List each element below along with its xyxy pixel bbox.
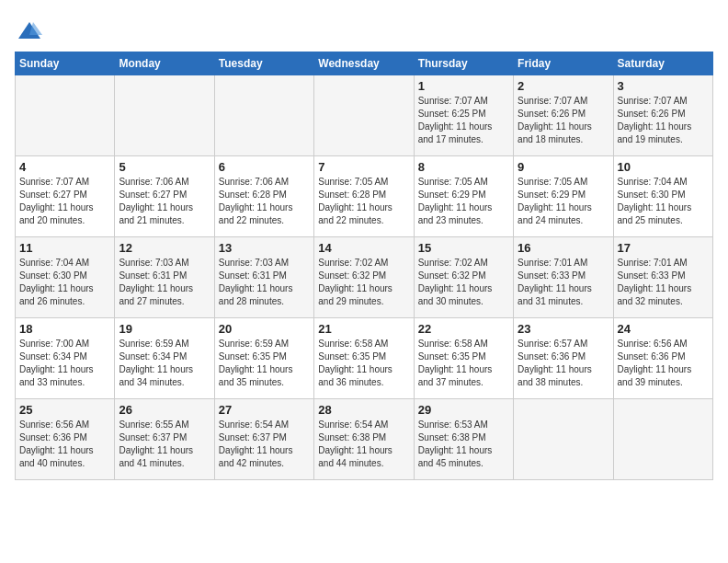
day-info: Sunrise: 6:56 AM Sunset: 6:36 PM Dayligh… xyxy=(618,338,709,389)
day-cell-11: 11Sunrise: 7:04 AM Sunset: 6:30 PM Dayli… xyxy=(16,237,115,318)
empty-cell xyxy=(314,75,414,156)
logo-icon xyxy=(17,18,42,44)
day-info: Sunrise: 7:01 AM Sunset: 6:33 PM Dayligh… xyxy=(618,257,709,308)
day-cell-10: 10Sunrise: 7:04 AM Sunset: 6:30 PM Dayli… xyxy=(613,156,712,237)
day-cell-7: 7Sunrise: 7:05 AM Sunset: 6:28 PM Daylig… xyxy=(314,156,414,237)
day-number: 7 xyxy=(318,160,409,174)
day-info: Sunrise: 7:05 AM Sunset: 6:29 PM Dayligh… xyxy=(518,176,609,227)
empty-cell xyxy=(115,75,214,156)
day-info: Sunrise: 7:07 AM Sunset: 6:25 PM Dayligh… xyxy=(418,95,509,146)
day-number: 19 xyxy=(119,322,210,336)
day-cell-19: 19Sunrise: 6:59 AM Sunset: 6:34 PM Dayli… xyxy=(115,318,214,399)
day-info: Sunrise: 7:07 AM Sunset: 6:26 PM Dayligh… xyxy=(618,95,709,146)
day-number: 2 xyxy=(518,79,609,93)
day-info: Sunrise: 6:56 AM Sunset: 6:36 PM Dayligh… xyxy=(19,419,110,470)
col-header-thursday: Thursday xyxy=(414,52,513,75)
day-cell-4: 4Sunrise: 7:07 AM Sunset: 6:27 PM Daylig… xyxy=(16,156,115,237)
day-cell-16: 16Sunrise: 7:01 AM Sunset: 6:33 PM Dayli… xyxy=(514,237,613,318)
page-header xyxy=(15,15,713,44)
day-cell-9: 9Sunrise: 7:05 AM Sunset: 6:29 PM Daylig… xyxy=(514,156,613,237)
day-number: 27 xyxy=(219,403,310,417)
day-cell-15: 15Sunrise: 7:02 AM Sunset: 6:32 PM Dayli… xyxy=(414,237,513,318)
day-info: Sunrise: 6:57 AM Sunset: 6:36 PM Dayligh… xyxy=(518,338,609,389)
day-number: 11 xyxy=(19,241,110,255)
day-number: 24 xyxy=(618,322,709,336)
day-number: 17 xyxy=(618,241,709,255)
day-cell-27: 27Sunrise: 6:54 AM Sunset: 6:37 PM Dayli… xyxy=(214,399,313,480)
day-number: 5 xyxy=(119,160,210,174)
day-info: Sunrise: 6:58 AM Sunset: 6:35 PM Dayligh… xyxy=(318,338,409,389)
day-cell-13: 13Sunrise: 7:03 AM Sunset: 6:31 PM Dayli… xyxy=(214,237,313,318)
day-cell-21: 21Sunrise: 6:58 AM Sunset: 6:35 PM Dayli… xyxy=(314,318,414,399)
day-number: 13 xyxy=(219,241,310,255)
day-info: Sunrise: 6:59 AM Sunset: 6:35 PM Dayligh… xyxy=(219,338,310,389)
day-info: Sunrise: 7:00 AM Sunset: 6:34 PM Dayligh… xyxy=(19,338,110,389)
day-number: 16 xyxy=(518,241,609,255)
day-cell-28: 28Sunrise: 6:54 AM Sunset: 6:38 PM Dayli… xyxy=(314,399,414,480)
day-cell-12: 12Sunrise: 7:03 AM Sunset: 6:31 PM Dayli… xyxy=(115,237,214,318)
day-info: Sunrise: 7:07 AM Sunset: 6:26 PM Dayligh… xyxy=(518,95,609,146)
day-info: Sunrise: 7:02 AM Sunset: 6:32 PM Dayligh… xyxy=(418,257,509,308)
day-cell-25: 25Sunrise: 6:56 AM Sunset: 6:36 PM Dayli… xyxy=(16,399,115,480)
day-info: Sunrise: 6:58 AM Sunset: 6:35 PM Dayligh… xyxy=(418,338,509,389)
day-number: 20 xyxy=(219,322,310,336)
empty-cell xyxy=(214,75,313,156)
day-number: 14 xyxy=(318,241,409,255)
col-header-monday: Monday xyxy=(115,52,214,75)
day-info: Sunrise: 7:06 AM Sunset: 6:28 PM Dayligh… xyxy=(219,176,310,227)
day-number: 18 xyxy=(19,322,110,336)
day-info: Sunrise: 7:03 AM Sunset: 6:31 PM Dayligh… xyxy=(119,257,210,308)
day-cell-18: 18Sunrise: 7:00 AM Sunset: 6:34 PM Dayli… xyxy=(16,318,115,399)
day-cell-26: 26Sunrise: 6:55 AM Sunset: 6:37 PM Dayli… xyxy=(115,399,214,480)
col-header-sunday: Sunday xyxy=(16,52,115,75)
day-cell-3: 3Sunrise: 7:07 AM Sunset: 6:26 PM Daylig… xyxy=(613,75,712,156)
day-number: 4 xyxy=(19,160,110,174)
day-number: 6 xyxy=(219,160,310,174)
col-header-tuesday: Tuesday xyxy=(214,52,313,75)
day-info: Sunrise: 7:02 AM Sunset: 6:32 PM Dayligh… xyxy=(318,257,409,308)
day-cell-8: 8Sunrise: 7:05 AM Sunset: 6:29 PM Daylig… xyxy=(414,156,513,237)
day-cell-14: 14Sunrise: 7:02 AM Sunset: 6:32 PM Dayli… xyxy=(314,237,414,318)
day-info: Sunrise: 7:07 AM Sunset: 6:27 PM Dayligh… xyxy=(19,176,110,227)
day-number: 26 xyxy=(119,403,210,417)
col-header-saturday: Saturday xyxy=(613,52,712,75)
day-number: 21 xyxy=(318,322,409,336)
day-info: Sunrise: 6:59 AM Sunset: 6:34 PM Dayligh… xyxy=(119,338,210,389)
day-cell-20: 20Sunrise: 6:59 AM Sunset: 6:35 PM Dayli… xyxy=(214,318,313,399)
day-cell-2: 2Sunrise: 7:07 AM Sunset: 6:26 PM Daylig… xyxy=(514,75,613,156)
day-number: 8 xyxy=(418,160,509,174)
day-cell-23: 23Sunrise: 6:57 AM Sunset: 6:36 PM Dayli… xyxy=(514,318,613,399)
day-number: 29 xyxy=(418,403,509,417)
day-number: 22 xyxy=(418,322,509,336)
day-info: Sunrise: 6:54 AM Sunset: 6:38 PM Dayligh… xyxy=(318,419,409,470)
day-info: Sunrise: 6:54 AM Sunset: 6:37 PM Dayligh… xyxy=(219,419,310,470)
day-number: 12 xyxy=(119,241,210,255)
empty-cell xyxy=(16,75,115,156)
day-cell-29: 29Sunrise: 6:53 AM Sunset: 6:38 PM Dayli… xyxy=(414,399,513,480)
day-number: 15 xyxy=(418,241,509,255)
empty-cell xyxy=(613,399,712,480)
day-number: 9 xyxy=(518,160,609,174)
day-cell-24: 24Sunrise: 6:56 AM Sunset: 6:36 PM Dayli… xyxy=(613,318,712,399)
day-cell-6: 6Sunrise: 7:06 AM Sunset: 6:28 PM Daylig… xyxy=(214,156,313,237)
day-cell-5: 5Sunrise: 7:06 AM Sunset: 6:27 PM Daylig… xyxy=(115,156,214,237)
day-info: Sunrise: 7:05 AM Sunset: 6:29 PM Dayligh… xyxy=(418,176,509,227)
day-cell-22: 22Sunrise: 6:58 AM Sunset: 6:35 PM Dayli… xyxy=(414,318,513,399)
logo xyxy=(15,18,42,44)
day-cell-1: 1Sunrise: 7:07 AM Sunset: 6:25 PM Daylig… xyxy=(414,75,513,156)
day-info: Sunrise: 6:55 AM Sunset: 6:37 PM Dayligh… xyxy=(119,419,210,470)
col-header-wednesday: Wednesday xyxy=(314,52,414,75)
day-number: 1 xyxy=(418,79,509,93)
day-info: Sunrise: 7:04 AM Sunset: 6:30 PM Dayligh… xyxy=(618,176,709,227)
day-info: Sunrise: 7:05 AM Sunset: 6:28 PM Dayligh… xyxy=(318,176,409,227)
day-number: 3 xyxy=(618,79,709,93)
calendar-table: SundayMondayTuesdayWednesdayThursdayFrid… xyxy=(15,52,713,480)
day-info: Sunrise: 7:06 AM Sunset: 6:27 PM Dayligh… xyxy=(119,176,210,227)
day-number: 23 xyxy=(518,322,609,336)
day-number: 25 xyxy=(19,403,110,417)
day-number: 28 xyxy=(318,403,409,417)
day-info: Sunrise: 7:01 AM Sunset: 6:33 PM Dayligh… xyxy=(518,257,609,308)
day-number: 10 xyxy=(618,160,709,174)
col-header-friday: Friday xyxy=(514,52,613,75)
day-info: Sunrise: 6:53 AM Sunset: 6:38 PM Dayligh… xyxy=(418,419,509,470)
